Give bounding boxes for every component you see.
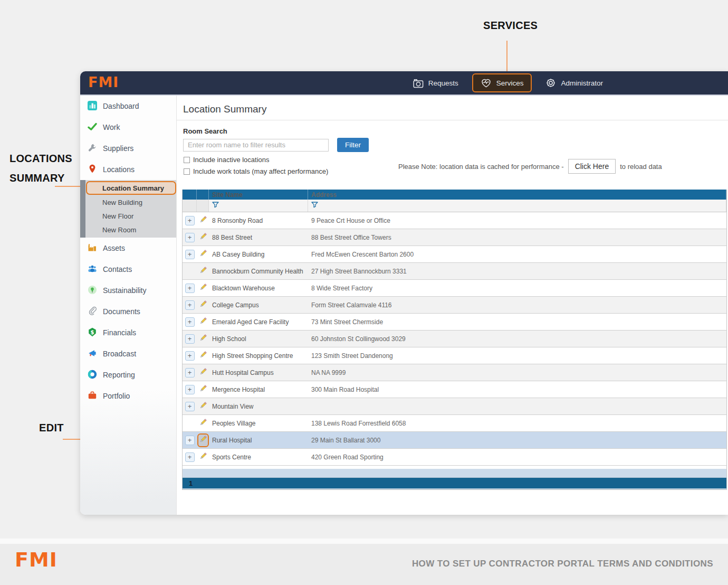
address-cell: 9 Peace Crt House or Office [308, 217, 726, 224]
sidebar-item-locations[interactable]: Locations [80, 159, 176, 180]
expand-button[interactable]: + [185, 317, 195, 327]
filter-funnel-icon[interactable] [212, 202, 219, 210]
sidebar-item-label: Portfolio [103, 392, 130, 400]
dashboard-icon [88, 101, 97, 112]
sustainability-bulb-icon [88, 285, 97, 296]
edit-cell [197, 418, 209, 429]
table-row[interactable]: +College CampusForm Street Calamvale 411… [183, 297, 726, 314]
sidebar-item-dashboard[interactable]: Dashboard [80, 96, 176, 117]
site-name-filter[interactable] [209, 200, 308, 212]
site-name-cell: AB Casey Building [209, 251, 308, 258]
table-row[interactable]: +Hutt Hospital CampusNA NA 9999 [183, 364, 726, 381]
table-row[interactable]: +High School60 Johnston St Collingwood 3… [183, 331, 726, 347]
sidebar-item-documents[interactable]: Documents [80, 301, 176, 322]
nav-item-requests[interactable]: Requests [407, 74, 465, 92]
expand-button[interactable]: + [185, 368, 195, 378]
sidebar-bottom-group: AssetsContactsSustainabilityDocuments$Fi… [80, 238, 176, 407]
nav-item-administrator[interactable]: Administrator [539, 74, 609, 92]
click-here-button[interactable]: Click Here [568, 159, 616, 174]
table-row[interactable]: +AB Casey BuildingFred McEwen Crescent B… [183, 246, 726, 263]
site-name-column-header[interactable]: Site Name [209, 190, 308, 200]
address-filter[interactable] [308, 200, 726, 212]
sidebar-item-broadcast[interactable]: Broadcast [80, 343, 176, 364]
address-column-header[interactable]: Address [308, 190, 726, 200]
include-work-totals-label: Include work totals (may affect performa… [193, 167, 328, 175]
annotation-line-locations-summary [55, 186, 82, 187]
expand-button[interactable]: + [185, 284, 195, 293]
expand-cell: + [183, 334, 197, 344]
table-row[interactable]: +Rural Hospital29 Main St Ballarat 3000 [183, 432, 726, 449]
edit-pencil-button[interactable] [199, 334, 207, 344]
expand-button[interactable]: + [185, 250, 195, 259]
table-row[interactable]: +88 Best Street88 Best Street Office Tow… [183, 229, 726, 246]
edit-pencil-button[interactable] [199, 215, 207, 226]
table-row[interactable]: +Sports Centre420 Green Road Sporting [183, 449, 726, 466]
edit-pencil-button[interactable] [199, 300, 207, 310]
edit-pencil-button[interactable] [199, 249, 207, 260]
table-row[interactable]: +8 Ronsonby Road9 Peace Crt House or Off… [183, 212, 726, 229]
sidebar-item-work[interactable]: Work [80, 117, 176, 138]
edit-pencil-button[interactable] [199, 384, 207, 395]
expand-button[interactable]: + [185, 334, 195, 344]
room-search-label: Room Search [183, 127, 728, 135]
filter-funnel-icon[interactable] [311, 202, 318, 210]
sidebar-item-label: Broadcast [103, 350, 136, 358]
nav-item-services[interactable]: Services [472, 73, 532, 92]
expand-button[interactable]: + [185, 233, 195, 242]
filter-button[interactable]: Filter [337, 138, 369, 152]
assets-factory-icon [88, 243, 97, 254]
edit-pencil-button[interactable] [199, 351, 207, 361]
include-work-totals-checkbox[interactable] [184, 168, 190, 175]
table-row[interactable]: +Mergence Hospital300 Main Road Hospital [183, 381, 726, 398]
address-cell: 73 Mint Street Chermside [308, 318, 726, 326]
fmi-logo: FMI [88, 74, 119, 90]
pencil-icon [199, 452, 207, 463]
table-row[interactable]: +Emerald Aged Care Facility73 Mint Stree… [183, 314, 726, 331]
table-row[interactable]: +Mountain View [183, 398, 726, 415]
sidebar-item-label: Contacts [103, 265, 132, 273]
sidebar-item-assets[interactable]: Assets [80, 238, 176, 259]
table-row[interactable]: +High Street Shopping Centre123 Smith St… [183, 347, 726, 364]
gear-icon [545, 78, 556, 88]
nav-item-label: Services [496, 79, 524, 87]
expand-button[interactable]: + [185, 436, 195, 445]
sidebar-item-reporting[interactable]: Reporting [80, 364, 176, 385]
sidebar-item-sustainability[interactable]: Sustainability [80, 280, 176, 301]
address-cell: Form Street Calamvale 4116 [308, 301, 726, 309]
expand-button[interactable]: + [185, 300, 195, 310]
edit-pencil-button[interactable] [199, 418, 207, 429]
edit-pencil-button[interactable] [197, 433, 209, 447]
page-number[interactable]: 1 [183, 479, 193, 487]
table-row[interactable]: Peoples Village138 Lewis Road Forrestfie… [183, 415, 726, 432]
edit-pencil-button[interactable] [199, 283, 207, 294]
expand-button[interactable]: + [185, 452, 195, 462]
expand-button[interactable]: + [185, 402, 195, 411]
edit-pencil-button[interactable] [199, 317, 207, 327]
edit-pencil-button[interactable] [199, 367, 207, 378]
sidebar-item-portfolio[interactable]: Portfolio [80, 385, 176, 407]
room-search-input[interactable] [183, 139, 329, 152]
submenu-item-new-building[interactable]: New Building [85, 195, 176, 209]
expand-button[interactable]: + [185, 385, 195, 394]
include-inactive-checkbox[interactable] [184, 157, 190, 163]
expand-button[interactable]: + [185, 351, 195, 361]
submenu-item-new-floor[interactable]: New Floor [85, 209, 176, 223]
edit-pencil-button[interactable] [199, 266, 207, 277]
edit-pencil-button[interactable] [199, 452, 207, 463]
submenu-item-new-room[interactable]: New Room [85, 223, 176, 237]
sidebar-item-financials[interactable]: $Financials [80, 322, 176, 343]
expand-button[interactable]: + [185, 216, 195, 225]
site-name-cell: Emerald Aged Care Facility [209, 318, 308, 326]
locations-table: Site Name Address +8 Ronsonby Road9 Peac… [182, 190, 727, 490]
app-window: FMI RequestsServicesAdministrator Dashbo… [80, 71, 728, 515]
table-row[interactable]: Bannockburn Community Health27 High Stre… [183, 263, 726, 280]
address-cell: 138 Lewis Road Forrestfield 6058 [308, 420, 726, 427]
edit-pencil-button[interactable] [199, 401, 207, 412]
sidebar-item-suppliers[interactable]: Suppliers [80, 138, 176, 159]
sidebar-item-contacts[interactable]: Contacts [80, 259, 176, 280]
edit-pencil-button[interactable] [199, 232, 207, 243]
expand-cell: + [183, 402, 197, 411]
edit-cell [197, 317, 209, 327]
submenu-item-location-summary[interactable]: Location Summary [86, 181, 176, 195]
table-row[interactable]: +Blacktown Warehouse8 Wide Street Factor… [183, 280, 726, 297]
